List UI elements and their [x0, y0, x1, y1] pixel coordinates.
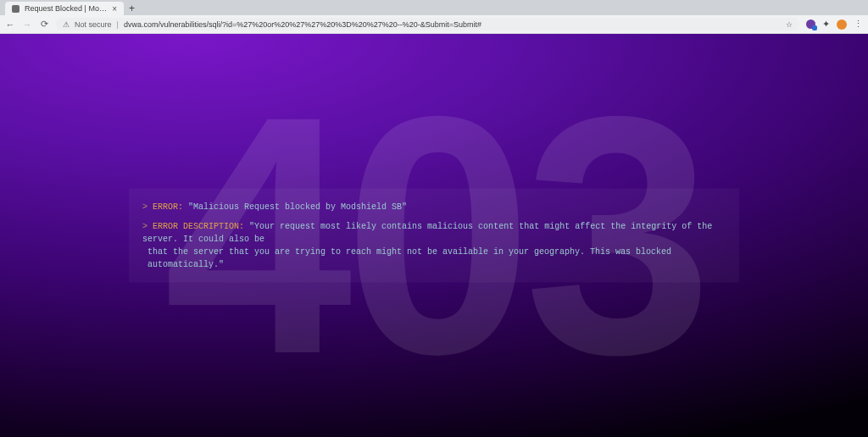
omnibox[interactable]: ⚠ Not secure | dvwa.com/vulnerabilities/… — [56, 18, 799, 30]
error-description-text-2: that the server that you are trying to r… — [142, 246, 726, 271]
profile-avatar[interactable] — [837, 19, 847, 30]
bookmark-star-icon[interactable]: ☆ — [786, 20, 793, 29]
page-viewport: 403 > ERROR: "Malicious Request blocked … — [0, 34, 868, 437]
error-text: "Malicious Request blocked by Modshield … — [188, 202, 407, 212]
browser-toolbar: ← → ⟳ ⚠ Not secure | dvwa.com/vulnerabil… — [0, 15, 868, 34]
error-description-line: > ERROR DESCRIPTION: "Your request most … — [142, 220, 726, 271]
tab-strip: Request Blocked | Modsh × + — [0, 0, 868, 15]
not-secure-icon: ⚠ — [63, 20, 70, 29]
browser-menu-icon[interactable]: ⋮ — [854, 19, 863, 30]
omnibox-separator: | — [117, 20, 119, 29]
error-line: > ERROR: "Malicious Request blocked by M… — [142, 201, 726, 213]
error-label: ERROR: — [153, 202, 183, 212]
nav-reload-button[interactable]: ⟳ — [39, 19, 49, 30]
nav-forward-button[interactable]: → — [22, 19, 32, 30]
nav-back-button[interactable]: ← — [5, 19, 15, 30]
chevron-icon: > — [142, 222, 147, 231]
tab-close-icon[interactable]: × — [112, 4, 117, 14]
error-message-box: > ERROR: "Malicious Request blocked by M… — [129, 189, 739, 283]
toolbar-right: ✦ ⋮ — [806, 19, 863, 30]
error-description-label: ERROR DESCRIPTION: — [153, 222, 244, 231]
chevron-icon: > — [142, 202, 147, 212]
extension-shield-icon[interactable] — [806, 19, 815, 29]
extensions-puzzle-icon[interactable]: ✦ — [822, 19, 830, 30]
tab-title: Request Blocked | Modsh — [25, 4, 107, 13]
tab-favicon-icon — [12, 5, 19, 13]
new-tab-button[interactable]: + — [129, 3, 135, 15]
not-secure-label: Not secure — [75, 20, 112, 29]
omnibox-url: dvwa.com/vulnerabilities/sqli/?id=%27%20… — [124, 20, 481, 29]
browser-tab[interactable]: Request Blocked | Modsh × — [5, 2, 124, 15]
